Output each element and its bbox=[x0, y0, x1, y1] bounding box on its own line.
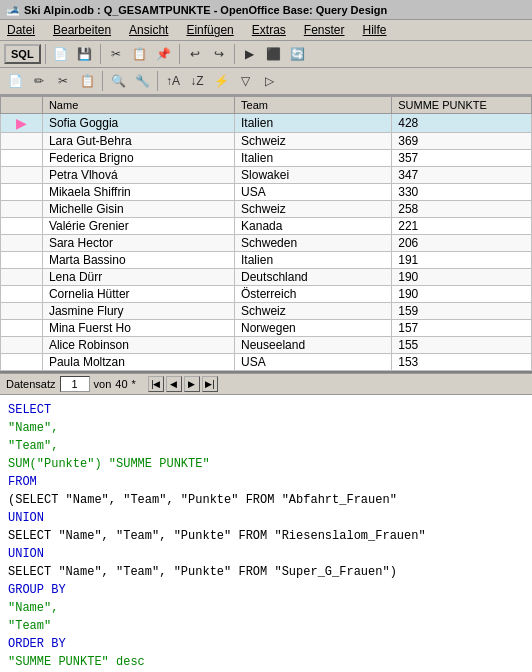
tb2-sort-asc[interactable]: ↑A bbox=[162, 70, 184, 92]
nav-von-label: von bbox=[94, 378, 112, 390]
nav-first-btn[interactable]: |◀ bbox=[148, 376, 164, 392]
tb2-btn5[interactable]: 🔧 bbox=[131, 70, 153, 92]
cell-name: Michelle Gisin bbox=[42, 201, 234, 218]
nav-bar: Datensatz von 40 * |◀ ◀ ▶ ▶| bbox=[0, 373, 532, 395]
sql-button[interactable]: SQL bbox=[4, 44, 41, 64]
undo-btn[interactable]: ↩ bbox=[184, 43, 206, 65]
row-indicator bbox=[1, 303, 43, 320]
table-row[interactable]: Cornelia HütterÖsterreich190 bbox=[1, 286, 532, 303]
table-row[interactable]: Jasmine FlurySchweiz159 bbox=[1, 303, 532, 320]
app-icon: 🎿 bbox=[6, 3, 20, 16]
col-pts-header[interactable]: SUMME PUNKTE bbox=[392, 97, 532, 114]
new-btn[interactable]: 📄 bbox=[50, 43, 72, 65]
row-indicator: ▶ bbox=[1, 114, 43, 133]
sep3 bbox=[179, 44, 180, 64]
col-name-header[interactable]: Name bbox=[42, 97, 234, 114]
cell-team: Slowakei bbox=[235, 167, 392, 184]
table-row[interactable]: ▶Sofia GoggiaItalien428 bbox=[1, 114, 532, 133]
tb2-btn6[interactable]: ⚡ bbox=[210, 70, 232, 92]
row-indicator bbox=[1, 184, 43, 201]
cell-name: Paula Moltzan bbox=[42, 354, 234, 371]
cell-pts: 330 bbox=[392, 184, 532, 201]
cell-name: Alice Robinson bbox=[42, 337, 234, 354]
nav-next-btn[interactable]: ▶ bbox=[184, 376, 200, 392]
cell-team: Italien bbox=[235, 150, 392, 167]
nav-prev-btn[interactable]: ◀ bbox=[166, 376, 182, 392]
cell-pts: 157 bbox=[392, 320, 532, 337]
sql-line: FROM bbox=[8, 473, 524, 491]
tb2-filter[interactable]: ▽ bbox=[234, 70, 256, 92]
run-btn[interactable]: ▶ bbox=[239, 43, 261, 65]
table-row[interactable]: Paula MoltzanUSA153 bbox=[1, 354, 532, 371]
tb2-btn4[interactable]: 📋 bbox=[76, 70, 98, 92]
sql-line: ORDER BY bbox=[8, 635, 524, 653]
menu-item-extras[interactable]: Extras bbox=[249, 22, 289, 38]
cell-pts: 153 bbox=[392, 354, 532, 371]
save-btn[interactable]: 💾 bbox=[74, 43, 96, 65]
table-row[interactable]: Alice RobinsonNeuseeland155 bbox=[1, 337, 532, 354]
sql-line: "Team" bbox=[8, 617, 524, 635]
menu-item-datei[interactable]: Datei bbox=[4, 22, 38, 38]
table-row[interactable]: Lara Gut-BehraSchweiz369 bbox=[1, 133, 532, 150]
tb2-btn3[interactable]: ✂ bbox=[52, 70, 74, 92]
table-row[interactable]: Valérie GrenierKanada221 bbox=[1, 218, 532, 235]
cell-team: Schweiz bbox=[235, 133, 392, 150]
stop-btn[interactable]: ⬛ bbox=[263, 43, 285, 65]
cell-name: Mikaela Shiffrin bbox=[42, 184, 234, 201]
sep1 bbox=[45, 44, 46, 64]
sql-line: "SUMME PUNKTE" desc bbox=[8, 653, 524, 671]
cell-team: Deutschland bbox=[235, 269, 392, 286]
sep6 bbox=[157, 71, 158, 91]
row-indicator bbox=[1, 201, 43, 218]
cell-pts: 191 bbox=[392, 252, 532, 269]
menu-item-fenster[interactable]: Fenster bbox=[301, 22, 348, 38]
menu-item-einfügen[interactable]: Einfügen bbox=[183, 22, 236, 38]
menu-item-hilfe[interactable]: Hilfe bbox=[360, 22, 390, 38]
sql-line: SELECT bbox=[8, 401, 524, 419]
cell-team: Schweiz bbox=[235, 303, 392, 320]
cell-name: Lena Dürr bbox=[42, 269, 234, 286]
cell-pts: 357 bbox=[392, 150, 532, 167]
cell-team: Kanada bbox=[235, 218, 392, 235]
sql-line: UNION bbox=[8, 545, 524, 563]
cell-team: Österreich bbox=[235, 286, 392, 303]
refresh-btn[interactable]: 🔄 bbox=[287, 43, 309, 65]
tb2-btn1[interactable]: 📄 bbox=[4, 70, 26, 92]
sep5 bbox=[102, 71, 103, 91]
cell-team: Neuseeland bbox=[235, 337, 392, 354]
cut-btn[interactable]: ✂ bbox=[105, 43, 127, 65]
table-row[interactable]: Federica BrignoItalien357 bbox=[1, 150, 532, 167]
table-row[interactable]: Sara HectorSchweden206 bbox=[1, 235, 532, 252]
table-row[interactable]: Petra VlhováSlowakei347 bbox=[1, 167, 532, 184]
cell-name: Cornelia Hütter bbox=[42, 286, 234, 303]
cell-team: Italien bbox=[235, 252, 392, 269]
cell-pts: 369 bbox=[392, 133, 532, 150]
tb2-btn2[interactable]: ✏ bbox=[28, 70, 50, 92]
nav-last-btn[interactable]: ▶| bbox=[202, 376, 218, 392]
cell-team: Schweiz bbox=[235, 201, 392, 218]
table-area: Name Team SUMME PUNKTE ▶Sofia GoggiaItal… bbox=[0, 96, 532, 373]
tb2-sort-desc[interactable]: ↓Z bbox=[186, 70, 208, 92]
table-row[interactable]: Mikaela ShiffrinUSA330 bbox=[1, 184, 532, 201]
menu-item-ansicht[interactable]: Ansicht bbox=[126, 22, 171, 38]
table-row[interactable]: Lena DürrDeutschland190 bbox=[1, 269, 532, 286]
tb2-btn7[interactable]: ▷ bbox=[258, 70, 280, 92]
copy-btn[interactable]: 📋 bbox=[129, 43, 151, 65]
nav-current-record[interactable] bbox=[60, 376, 90, 392]
paste-btn[interactable]: 📌 bbox=[153, 43, 175, 65]
col-team-header[interactable]: Team bbox=[235, 97, 392, 114]
menu-item-bearbeiten[interactable]: Bearbeiten bbox=[50, 22, 114, 38]
row-indicator bbox=[1, 235, 43, 252]
cell-name: Lara Gut-Behra bbox=[42, 133, 234, 150]
tb2-search[interactable]: 🔍 bbox=[107, 70, 129, 92]
sql-line: SUM("Punkte") "SUMME PUNKTE" bbox=[8, 455, 524, 473]
table-row[interactable]: Marta BassinoItalien191 bbox=[1, 252, 532, 269]
cell-pts: 347 bbox=[392, 167, 532, 184]
sql-line: "Team", bbox=[8, 437, 524, 455]
table-row[interactable]: Michelle GisinSchweiz258 bbox=[1, 201, 532, 218]
cell-name: Sofia Goggia bbox=[42, 114, 234, 133]
redo-btn[interactable]: ↪ bbox=[208, 43, 230, 65]
cell-pts: 221 bbox=[392, 218, 532, 235]
table-row[interactable]: Mina Fuerst HoNorwegen157 bbox=[1, 320, 532, 337]
sql-line: GROUP BY bbox=[8, 581, 524, 599]
